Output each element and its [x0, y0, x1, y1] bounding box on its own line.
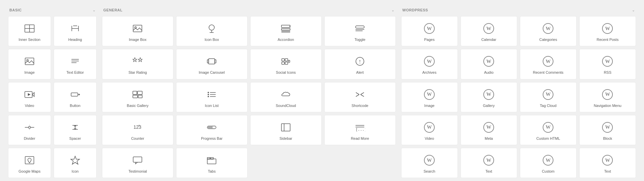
widget-rss[interactable]: W RSS [579, 49, 636, 79]
widget-recent-posts[interactable]: W Recent Posts [579, 16, 636, 46]
svg-line-67 [356, 95, 359, 97]
widget-heading[interactable]: Heading [54, 16, 97, 46]
widget-custom[interactable]: W Custom [520, 148, 577, 178]
widget-audio[interactable]: W Audio [461, 49, 517, 79]
heading-label: Heading [68, 37, 82, 42]
rss-label: RSS [604, 70, 611, 75]
block-label: Block [603, 136, 612, 141]
alert-label: Alert [356, 70, 364, 75]
social-icons-icon [280, 55, 292, 67]
block-icon: W [601, 121, 613, 133]
svg-text:123: 123 [133, 124, 142, 130]
widget-recent-comments[interactable]: W Recent Comments [520, 49, 577, 79]
basic-gallery-icon [131, 88, 144, 101]
heading-icon [69, 22, 81, 35]
accordion-icon [280, 22, 292, 35]
shortcode-icon [354, 88, 366, 101]
widget-image-box[interactable]: Image Box [102, 16, 173, 46]
widget-image-wp[interactable]: W Image [401, 82, 458, 112]
spacer-icon [69, 121, 81, 133]
soundcloud-label: SoundCloud [276, 103, 296, 108]
widget-shortcode[interactable]: Shortcode [324, 82, 396, 112]
general-section-label: GENERAL [103, 8, 122, 12]
svg-rect-58 [133, 95, 138, 98]
widget-block[interactable]: W Block [579, 115, 636, 145]
widget-divider[interactable]: Divider [8, 115, 51, 145]
widget-text-editor[interactable]: Text Editor [54, 49, 97, 79]
widget-inner-section[interactable]: Inner Section [8, 16, 51, 46]
widget-custom-html[interactable]: W Custom HTML [520, 115, 577, 145]
widget-sidebar[interactable]: Sidebar [250, 115, 322, 145]
widget-calendar[interactable]: W Calendar [461, 16, 517, 46]
widget-text-wp[interactable]: W Text [461, 148, 517, 178]
button-label: Button [70, 103, 80, 108]
widget-navigation-menu[interactable]: W Navigation Menu [579, 82, 636, 112]
widget-video-wp[interactable]: W Video [401, 115, 458, 145]
widget-spacer[interactable]: Spacer [54, 115, 97, 145]
svg-rect-30 [133, 25, 142, 32]
widget-progress-bar[interactable]: Progress Bar [176, 115, 248, 145]
widget-pages[interactable]: W Pages [401, 16, 458, 46]
widget-soundcloud[interactable]: SoundCloud [250, 82, 322, 112]
widget-search[interactable]: W Search [401, 148, 458, 178]
widget-meta[interactable]: W Meta [461, 115, 517, 145]
toggle-icon [354, 22, 366, 35]
widget-tag-cloud[interactable]: W Tag Cloud [520, 82, 577, 112]
text-wp-icon: W [483, 154, 495, 166]
widget-basic-gallery[interactable]: Basic Gallery [102, 82, 173, 112]
meta-label: Meta [485, 136, 493, 141]
svg-marker-13 [32, 93, 34, 97]
widget-toggle[interactable]: Toggle [324, 16, 396, 46]
widget-video[interactable]: Video [8, 82, 51, 112]
general-chevron-icon[interactable]: ⌄ [391, 8, 394, 12]
google-maps-label: Google Maps [18, 169, 40, 174]
wordpress-section-label: WORDPRESS [402, 8, 428, 12]
recent-comments-label: Recent Comments [533, 70, 564, 75]
tabs-icon [206, 154, 218, 166]
archives-icon: W [423, 55, 435, 67]
svg-line-66 [356, 93, 359, 95]
widget-icon-widget[interactable]: Icon [54, 148, 97, 178]
widget-categories[interactable]: W Categories [520, 16, 577, 46]
widget-image-carousel[interactable]: Image Carousel [176, 49, 248, 79]
wordpress-section: WORDPRESS ⌄ W Pages W Calendar W [398, 5, 639, 178]
widget-alert[interactable]: Alert [324, 49, 396, 79]
widget-social-icons[interactable]: Social Icons [250, 49, 322, 79]
shortcode-label: Shortcode [352, 103, 368, 108]
widget-archives[interactable]: W Archives [401, 49, 458, 79]
widget-counter[interactable]: 123+ Counter [102, 115, 173, 145]
widget-testimonial[interactable]: Testimonial [102, 148, 173, 178]
svg-marker-29 [71, 156, 79, 164]
widget-tabs[interactable]: Tabs [176, 148, 248, 178]
svg-rect-81 [207, 158, 210, 159]
categories-icon: W [542, 22, 554, 35]
svg-marker-14 [28, 93, 31, 96]
custom-html-label: Custom HTML [536, 136, 560, 141]
svg-point-60 [208, 92, 209, 93]
widget-accordion[interactable]: Accordion [250, 16, 322, 46]
widget-gallery-wp[interactable]: W Gallery [461, 82, 517, 112]
svg-rect-73 [207, 126, 213, 129]
widget-icon-box[interactable]: Icon Box [176, 16, 248, 46]
tabs-label: Tabs [208, 169, 216, 174]
image-box-icon [131, 22, 144, 35]
svg-rect-40 [356, 26, 364, 28]
image-box-label: Image Box [129, 37, 147, 42]
widget-google-maps[interactable]: Google Maps [8, 148, 51, 178]
sidebar-icon [280, 121, 292, 133]
page-container: BASIC ⌄ Inner Section Heading [0, 0, 644, 181]
widget-image[interactable]: Image [8, 49, 51, 79]
widget-text-extra[interactable]: W Text [579, 148, 636, 178]
video-wp-icon: W [423, 121, 435, 133]
svg-line-68 [361, 93, 364, 95]
meta-icon: W [483, 121, 495, 133]
widget-icon-list[interactable]: Icon List [176, 82, 248, 112]
widget-read-more[interactable]: [...] Read More [324, 115, 396, 145]
text-editor-label: Text Editor [66, 70, 84, 75]
wordpress-chevron-icon[interactable]: ⌄ [632, 8, 635, 12]
widget-star-rating[interactable]: Star Rating [102, 49, 173, 79]
widget-button[interactable]: Button [54, 82, 97, 112]
svg-rect-79 [133, 157, 142, 162]
basic-chevron-icon[interactable]: ⌄ [93, 8, 96, 12]
general-grid: Image Box Icon Box Accordion [102, 16, 396, 178]
